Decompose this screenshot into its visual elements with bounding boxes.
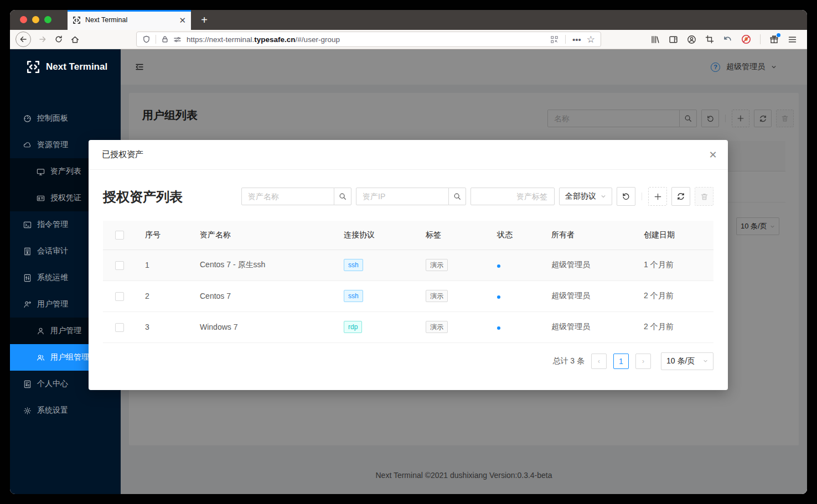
protocol-tag: ssh — [344, 259, 363, 271]
sidebar-item-dashboard[interactable]: 控制面板 — [10, 105, 121, 132]
zoom-window-button[interactable] — [44, 16, 51, 23]
search-button[interactable] — [448, 188, 466, 205]
team-icon — [37, 354, 45, 362]
protocol-tag: ssh — [344, 290, 363, 302]
browser-tab[interactable]: Next Terminal ✕ — [68, 10, 191, 30]
screenshot-crop-icon[interactable] — [705, 35, 714, 44]
undo-arrow-icon[interactable] — [723, 35, 732, 44]
delete-asset-button[interactable] — [695, 187, 713, 206]
modal-close-icon[interactable]: ✕ — [698, 140, 728, 170]
assets-list-heading: 授权资产列表 — [103, 188, 183, 206]
audit-icon — [23, 247, 32, 256]
cell-asset-name: Centos 7 — [191, 280, 335, 311]
permissions-icon[interactable] — [173, 35, 182, 44]
status-dot — [497, 326, 500, 330]
forward-button[interactable] — [38, 35, 47, 44]
col-protocol: 连接协议 — [335, 221, 417, 250]
toolbar-right-icons — [650, 34, 802, 44]
row-checkbox[interactable] — [115, 323, 124, 332]
close-window-button[interactable] — [20, 16, 27, 23]
cell-index: 3 — [136, 311, 191, 342]
cell-created: 2 个月前 — [635, 311, 713, 342]
select-all-checkbox[interactable] — [115, 231, 124, 240]
user-switch-icon — [23, 300, 32, 309]
row-checkbox[interactable] — [115, 292, 124, 301]
search-button[interactable] — [334, 188, 351, 205]
pagination-total: 总计 3 条 — [552, 356, 585, 366]
sidebar-item-label: 授权凭证 — [50, 193, 81, 203]
account-icon[interactable] — [687, 35, 696, 44]
tab-close-icon[interactable]: ✕ — [179, 16, 186, 24]
bookmark-star-icon[interactable]: ☆ — [587, 35, 595, 44]
tab-title: Next Terminal — [85, 16, 179, 24]
sidebar-item-label: 会话审计 — [37, 246, 68, 256]
page-actions-icon[interactable]: ••• — [572, 35, 581, 44]
url-text: https://next-terminal.typesafe.cn/#/user… — [187, 35, 340, 44]
whats-new-gift-icon[interactable] — [769, 35, 779, 44]
protocol-select-value: 全部协议 — [565, 191, 596, 201]
sidebar-item-label: 系统设置 — [37, 406, 68, 415]
minimize-window-button[interactable] — [32, 16, 39, 23]
page-1-button[interactable]: 1 — [613, 354, 629, 369]
modal-header: 已授权资产 — [89, 140, 728, 170]
profile-icon — [23, 380, 32, 388]
server-icon — [23, 274, 32, 282]
toolbar-divider — [642, 193, 642, 200]
home-button[interactable] — [70, 35, 80, 44]
url-divider-2 — [565, 35, 566, 44]
id-card-icon — [37, 194, 45, 202]
row-checkbox[interactable] — [115, 261, 124, 270]
refresh-button[interactable] — [671, 187, 690, 206]
url-divider — [156, 35, 156, 44]
chevron-down-icon — [601, 194, 606, 199]
protocol-select[interactable]: 全部协议 — [559, 188, 612, 205]
cell-asset-name: Centos 7 - 原生ssh — [191, 250, 335, 280]
prev-page-button[interactable]: ‹ — [591, 354, 607, 369]
table-row[interactable]: 2 Centos 7 ssh 演示 超级管理员 2 个月前 — [103, 280, 713, 311]
asset-tag: 演示 — [426, 321, 448, 333]
status-dot — [497, 295, 500, 299]
blocked-flash-icon[interactable] — [741, 34, 751, 44]
page-size-select[interactable]: 10 条/页 — [661, 352, 713, 370]
gear-icon — [23, 407, 32, 415]
browser-window: Next Terminal ✕ + — [10, 10, 807, 494]
asset-tag: 演示 — [426, 290, 448, 302]
library-icon[interactable] — [650, 35, 660, 44]
tracking-protection-shield-icon[interactable] — [142, 35, 151, 44]
app-logo[interactable]: Next Terminal — [10, 49, 121, 85]
page-size-value: 10 条/页 — [666, 356, 695, 366]
asset-tag-input[interactable] — [470, 188, 555, 205]
cell-index: 2 — [136, 280, 191, 311]
next-terminal-logo-icon — [26, 60, 40, 74]
dashboard-icon — [23, 115, 32, 123]
cell-owner: 超级管理员 — [542, 250, 635, 280]
modal-body: 授权资产列表 全部协议 — [89, 170, 728, 370]
cell-owner: 超级管理员 — [542, 311, 635, 342]
back-button[interactable] — [15, 32, 31, 47]
table-row[interactable]: 1 Centos 7 - 原生ssh ssh 演示 超级管理员 1 个月前 — [103, 250, 713, 280]
cell-asset-name: Windows 7 — [191, 311, 335, 342]
asset-name-input[interactable] — [241, 188, 334, 205]
next-terminal-favicon — [73, 16, 81, 24]
sidebar-item-label: 用户管理 — [50, 326, 81, 336]
sidebar-toggle-icon[interactable] — [669, 35, 678, 44]
sidebar-item-settings[interactable]: 系统设置 — [10, 397, 121, 424]
hamburger-menu-icon[interactable] — [788, 35, 797, 44]
asset-tag: 演示 — [426, 259, 448, 271]
table-row[interactable]: 3 Windows 7 rdp 演示 超级管理员 2 个月前 — [103, 311, 713, 342]
notification-dot — [777, 33, 780, 37]
traffic-lights — [20, 16, 51, 23]
qr-code-icon[interactable] — [550, 35, 559, 44]
sidebar-item-label: 资产列表 — [50, 167, 81, 176]
cell-created: 2 个月前 — [635, 280, 713, 311]
reset-undo-button[interactable] — [617, 187, 635, 206]
table-header-row: 序号 资产名称 连接协议 标签 状态 所有者 创建日期 — [103, 221, 713, 250]
new-tab-button[interactable]: + — [195, 10, 214, 30]
lock-icon[interactable] — [161, 35, 169, 43]
reload-button[interactable] — [54, 35, 63, 44]
status-dot — [497, 264, 500, 268]
url-bar[interactable]: https://next-terminal.typesafe.cn/#/user… — [136, 32, 601, 47]
next-page-button[interactable]: › — [635, 354, 651, 369]
add-asset-button[interactable] — [648, 187, 667, 206]
asset-ip-input[interactable] — [356, 188, 449, 205]
